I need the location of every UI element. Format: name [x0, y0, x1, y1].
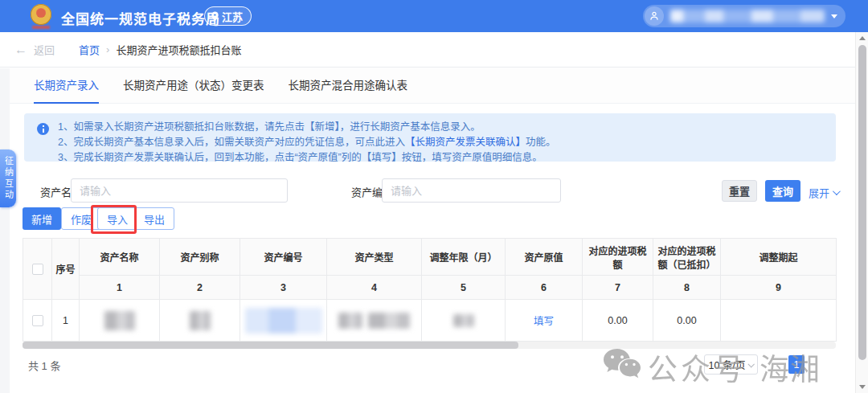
watermark-name: 海湘税语	[760, 346, 850, 393]
back-arrow-icon[interactable]: ←	[14, 43, 27, 57]
breadcrumb-current: 长期资产进项税额抵扣台账	[116, 42, 241, 57]
column-adjust-period-start: 调整期起	[721, 239, 837, 276]
user-name-redacted	[670, 10, 825, 23]
table-row: 1 填写 0.00 0.00	[23, 300, 837, 342]
tab-bar: 长期资产录入 长期资产用途（状态）变更表 长期资产混合用途确认表	[10, 68, 855, 104]
redacted-asset-name	[104, 311, 135, 330]
chevron-down-icon	[833, 187, 841, 195]
column-seq: 序号	[52, 239, 80, 300]
redacted-adjust-years	[453, 314, 474, 327]
wechat-icon	[601, 347, 643, 386]
page-size-select[interactable]: 10 条/页	[704, 354, 758, 375]
total-count: 共 1 条	[28, 358, 60, 373]
notice-line-2-suffix: 功能。	[526, 137, 556, 148]
redacted-asset-type	[368, 313, 410, 329]
query-button[interactable]: 查询	[765, 180, 800, 202]
emblem-caption-redacted	[32, 26, 50, 29]
instructions-notice: 1、如需录入长期资产进项税额抵扣台账数据，请先点击【新增】，进行长期资产基本信息…	[24, 113, 836, 162]
search-form: 资产名称 资产编号 重置 查询 展开	[0, 178, 868, 203]
asset-code-input[interactable]	[382, 178, 561, 203]
region-label: 江苏	[222, 9, 243, 24]
scrollbar-up-arrow-icon[interactable]	[859, 36, 866, 40]
reset-button[interactable]: 重置	[722, 180, 757, 202]
expand-label: 展开	[809, 185, 829, 200]
column-asset-code: 资产编号	[240, 239, 327, 276]
page-size-value: 10 条/页	[709, 357, 746, 372]
redacted-asset-type	[338, 313, 362, 329]
tax-interaction-side-tab[interactable]: 征纳互动	[0, 149, 16, 207]
redacted-asset-code-link[interactable]	[245, 308, 322, 334]
column-number: 3	[240, 276, 327, 300]
emblem-icon	[31, 4, 51, 25]
notice-line-3: 3、完成长期资产发票关联确认后，回到本功能，点击“资产原值”列的【填写】按钮，填…	[58, 150, 825, 166]
user-menu-caret-icon	[831, 14, 837, 18]
row-checkbox[interactable]	[32, 315, 43, 326]
column-number: 7	[583, 276, 653, 300]
breadcrumb-separator: ›	[106, 43, 109, 55]
select-all-checkbox[interactable]	[32, 264, 43, 275]
row-input-tax-deducted: 0.00	[653, 300, 721, 342]
column-number: 5	[422, 276, 506, 300]
top-header-bar: 全国统一规范电子税务局 江苏	[0, 0, 868, 32]
column-asset-name: 资产名称	[80, 239, 160, 276]
column-number: 4	[327, 276, 422, 300]
breadcrumb: ← 返回 首页 › 长期资产进项税额抵扣台账	[0, 32, 855, 68]
notice-line-2: 2、完成长期资产基本信息录入后，如需关联资产对应的凭证信息，可点此进入【长期资产…	[58, 135, 825, 150]
page-vertical-scrollbar[interactable]	[855, 32, 868, 393]
invoice-association-link[interactable]: 【长期资产发票关联确认】	[405, 137, 526, 148]
column-asset-alias: 资产别称	[160, 239, 240, 276]
row-adjust-period-start	[721, 300, 837, 342]
column-input-tax-deducted: 对应的进项税额（已抵扣）	[653, 239, 721, 276]
action-toolbar: 新增 作废 导入 导出	[0, 207, 868, 230]
page-1-button[interactable]: 1	[788, 355, 805, 374]
notice-line-1: 1、如需录入长期资产进项税额抵扣台账数据，请先点击【新增】，进行长期资产基本信息…	[58, 120, 825, 135]
notice-line-2-text: 2、完成长期资产基本信息录入后，如需关联资产对应的凭证信息，可点此进入	[58, 137, 405, 148]
tab-usage-status-change[interactable]: 长期资产用途（状态）变更表	[123, 68, 264, 104]
national-emblem-logo	[31, 4, 53, 28]
void-button[interactable]: 作废	[61, 207, 101, 230]
asset-name-input[interactable]	[71, 178, 288, 203]
site-title: 全国统一规范电子税务局	[61, 8, 220, 28]
column-number: 6	[506, 276, 583, 300]
back-button[interactable]: 返回	[34, 42, 55, 57]
user-menu[interactable]	[643, 5, 845, 27]
table-horizontal-scrollbar[interactable]	[23, 342, 836, 349]
column-adjust-years: 调整年限（月）	[422, 239, 506, 276]
info-icon	[37, 123, 49, 135]
row-input-tax: 0.00	[583, 300, 653, 342]
add-button[interactable]: 新增	[23, 207, 61, 230]
vertical-scrollbar-thumb[interactable]	[858, 45, 866, 360]
redacted-asset-alias	[190, 311, 211, 330]
tab-mixed-usage-confirm[interactable]: 长期资产混合用途确认表	[289, 68, 408, 104]
row-seq: 1	[52, 300, 80, 342]
column-asset-type: 资产类型	[327, 239, 422, 276]
page: 全国统一规范电子税务局 江苏 ← 返回 首页 › 长期资产进项税额抵扣台账 长期…	[0, 0, 868, 393]
chevron-down-icon	[748, 361, 755, 367]
asset-ledger-table: 序号 资产名称 资产别称 资产编号 资产类型 调整年限（月） 资产原值 对应的进…	[23, 238, 837, 342]
scrollbar-down-arrow-icon[interactable]	[859, 385, 866, 389]
column-number: 2	[160, 276, 240, 300]
column-number: 9	[721, 276, 837, 300]
column-number: 1	[80, 276, 160, 300]
horizontal-scrollbar-thumb[interactable]	[23, 342, 518, 349]
region-selector[interactable]: 江苏	[204, 6, 252, 26]
tab-asset-entry[interactable]: 长期资产录入	[34, 68, 99, 104]
column-input-tax: 对应的进项税额	[583, 239, 653, 276]
export-button[interactable]: 导出	[134, 207, 174, 230]
import-button[interactable]: 导入	[97, 207, 137, 230]
column-asset-value: 资产原值	[506, 239, 583, 276]
left-gutter	[0, 68, 10, 393]
column-number: 8	[653, 276, 721, 300]
user-avatar-icon	[645, 6, 664, 26]
location-pin-icon	[211, 11, 219, 22]
breadcrumb-home-link[interactable]: 首页	[79, 42, 100, 57]
fill-asset-value-link[interactable]: 填写	[534, 316, 554, 327]
expand-toggle[interactable]: 展开	[809, 185, 838, 200]
